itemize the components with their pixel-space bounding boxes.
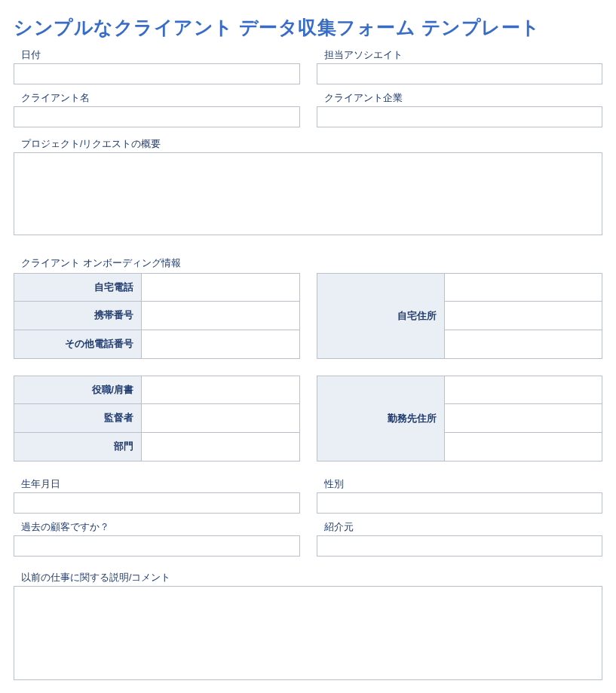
work-address-label: 勤務先住所 (317, 376, 445, 461)
gender-input[interactable] (317, 492, 603, 514)
supervisor-input[interactable] (142, 404, 300, 433)
project-overview-input[interactable] (14, 152, 602, 235)
page-title: シンプルなクライアント データ収集フォーム テンプレート (14, 15, 602, 40)
prev-work-label: 以前の仕事に関する説明/コメント (21, 572, 602, 584)
date-label: 日付 (21, 49, 300, 62)
other-phone-input[interactable] (142, 330, 300, 359)
home-address-input-1[interactable] (445, 273, 603, 302)
title-position-label: 役職/肩書 (14, 376, 142, 404)
past-client-input[interactable] (14, 535, 300, 557)
home-phone-label: 自宅電話 (14, 273, 142, 302)
client-name-input[interactable] (14, 106, 300, 127)
supervisor-label: 監督者 (14, 404, 142, 433)
department-label: 部門 (14, 433, 142, 461)
onboarding-section-label: クライアント オンボーディング情報 (21, 256, 602, 270)
project-overview-label: プロジェクト/リクエストの概要 (21, 138, 602, 151)
work-address-input-3[interactable] (445, 433, 603, 461)
work-address-input-1[interactable] (445, 376, 603, 404)
mobile-label: 携帯番号 (14, 302, 142, 330)
home-address-input-3[interactable] (445, 330, 603, 359)
home-address-label: 自宅住所 (317, 273, 445, 359)
work-address-grid: 勤務先住所 (317, 376, 603, 461)
home-phone-input[interactable] (142, 273, 300, 302)
client-company-label: クライアント企業 (324, 92, 603, 105)
home-address-input-2[interactable] (445, 302, 603, 330)
home-address-grid: 自宅住所 (317, 273, 603, 359)
department-input[interactable] (142, 433, 300, 461)
date-input[interactable] (14, 63, 300, 84)
client-name-label: クライアント名 (21, 92, 300, 105)
associate-input[interactable] (317, 63, 603, 84)
dob-label: 生年月日 (21, 478, 300, 491)
prev-work-input[interactable] (14, 586, 602, 680)
referral-input[interactable] (317, 535, 603, 557)
past-client-label: 過去の顧客ですか？ (21, 521, 300, 534)
title-position-input[interactable] (142, 376, 300, 404)
other-phone-label: その他電話番号 (14, 330, 142, 359)
job-grid: 役職/肩書 監督者 部門 (14, 376, 300, 461)
dob-input[interactable] (14, 492, 300, 514)
associate-label: 担当アソシエイト (324, 49, 603, 62)
client-company-input[interactable] (317, 106, 603, 127)
mobile-input[interactable] (142, 302, 300, 330)
work-address-input-2[interactable] (445, 404, 603, 433)
gender-label: 性別 (324, 478, 603, 491)
referral-label: 紹介元 (324, 521, 603, 534)
phone-grid: 自宅電話 携帯番号 その他電話番号 (14, 273, 300, 359)
